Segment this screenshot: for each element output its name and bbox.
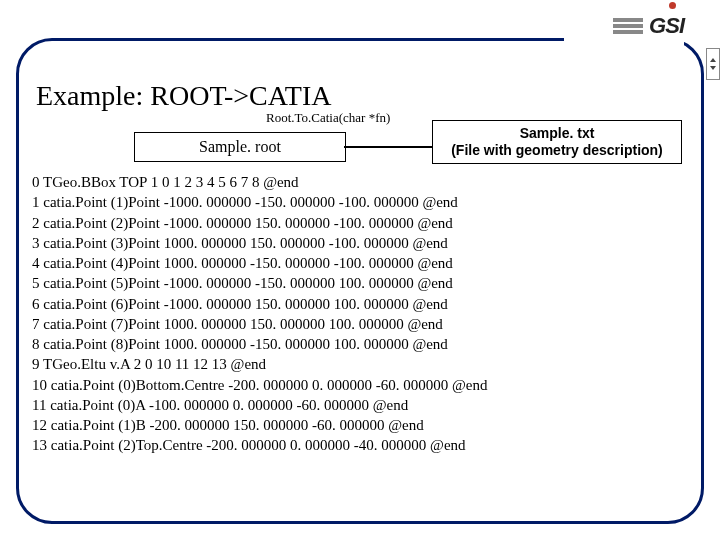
list-item: 6 catia.Point (6)Point -1000. 000000 150… — [32, 296, 448, 312]
list-item: 11 catia.Point (0)A -100. 000000 0. 0000… — [32, 397, 408, 413]
list-item: 9 TGeo.Eltu v.A 2 0 10 11 12 13 @end — [32, 356, 266, 372]
sample-txt-box: Sample. txt (File with geometry descript… — [432, 120, 682, 164]
list-item: 5 catia.Point (5)Point -1000. 000000 -15… — [32, 275, 453, 291]
list-item: 2 catia.Point (2)Point -1000. 000000 150… — [32, 215, 453, 231]
logo: GSI — [564, 4, 684, 48]
function-label: Root.To.Catia(char *fn) — [266, 110, 390, 126]
sample-txt-line2: (File with geometry description) — [433, 142, 681, 160]
sample-root-box: Sample. root — [134, 132, 346, 162]
list-item: 12 catia.Point (1)B -200. 000000 150. 00… — [32, 417, 424, 433]
list-item: 10 catia.Point (0)Bottom.Centre -200. 00… — [32, 377, 487, 393]
side-control-icon — [706, 48, 720, 80]
list-item: 4 catia.Point (4)Point 1000. 000000 -150… — [32, 255, 453, 271]
page-title: Example: ROOT->CATIA — [36, 80, 332, 112]
list-item: 13 catia.Point (2)Top.Centre -200. 00000… — [32, 437, 466, 453]
list-item: 7 catia.Point (7)Point 1000. 000000 150.… — [32, 316, 443, 332]
code-listing: 0 TGeo.BBox TOP 1 0 1 2 3 4 5 6 7 8 @end… — [32, 172, 688, 456]
logo-text: GSI — [649, 13, 684, 39]
logo-bars-icon — [613, 18, 643, 34]
list-item: 1 catia.Point (1)Point -1000. 000000 -15… — [32, 194, 458, 210]
logo-dot-icon — [669, 2, 676, 9]
list-item: 8 catia.Point (8)Point 1000. 000000 -150… — [32, 336, 448, 352]
list-item: 0 TGeo.BBox TOP 1 0 1 2 3 4 5 6 7 8 @end — [32, 174, 299, 190]
sample-txt-line1: Sample. txt — [433, 125, 681, 143]
connector-line-icon — [344, 146, 432, 148]
list-item: 3 catia.Point (3)Point 1000. 000000 150.… — [32, 235, 448, 251]
